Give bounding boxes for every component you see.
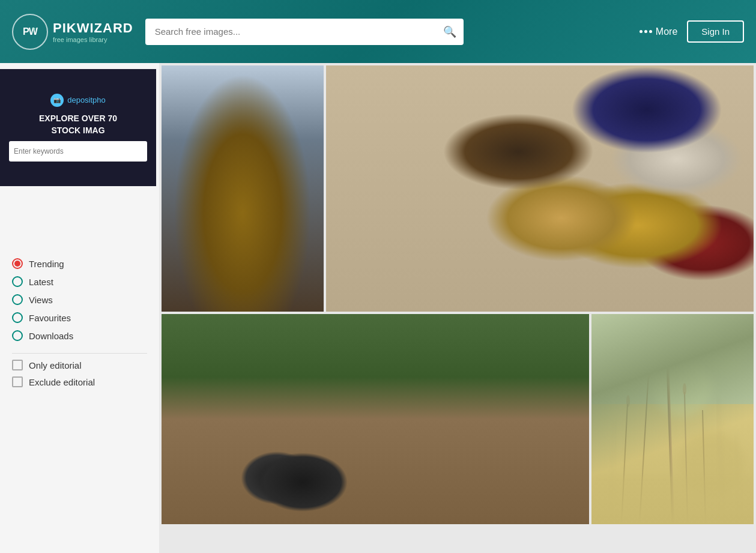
svg-point-76 (488, 209, 617, 312)
filter-only-editorial[interactable]: Only editorial (12, 360, 147, 370)
svg-point-120 (360, 409, 384, 429)
svg-point-116 (391, 394, 417, 420)
svg-rect-27 (326, 65, 754, 312)
svg-point-69 (652, 165, 659, 172)
favourites-radio-icon (12, 312, 23, 323)
svg-point-64 (603, 122, 728, 240)
svg-point-79 (524, 225, 582, 269)
logo-brand: PIKWIZARD (53, 20, 133, 36)
svg-point-44 (599, 83, 609, 94)
svg-point-159 (671, 337, 678, 349)
svg-point-164 (647, 364, 651, 378)
svg-rect-25 (180, 144, 228, 216)
svg-line-153 (667, 344, 673, 524)
sort-trending[interactable]: Trending (12, 258, 147, 269)
svg-point-22 (283, 241, 289, 247)
svg-point-127 (247, 425, 318, 456)
svg-line-154 (668, 344, 674, 524)
svg-point-67 (660, 154, 667, 161)
svg-rect-122 (468, 430, 473, 452)
filter-exclude-editorial[interactable]: Exclude editorial (12, 376, 147, 387)
svg-point-128 (250, 424, 315, 450)
svg-rect-131 (237, 355, 315, 405)
svg-point-68 (672, 158, 679, 165)
svg-point-47 (606, 94, 616, 104)
sort-views[interactable]: Views (12, 294, 147, 305)
svg-rect-26 (183, 147, 225, 213)
svg-point-77 (497, 202, 608, 304)
svg-point-42 (569, 85, 579, 95)
image-wedding[interactable]: Just Married ❤ 6 ❤ 2 ❤ 16 (162, 314, 589, 524)
svg-point-121 (395, 408, 419, 426)
svg-point-72 (644, 169, 651, 176)
svg-point-114 (363, 382, 395, 413)
editorial-filter-group: Only editorial Exclude editorial (12, 360, 147, 387)
filter-section: Trending Latest Views Favourites Downloa (0, 246, 159, 399)
painter-svg (162, 65, 324, 312)
svg-text:16: 16 (410, 487, 421, 498)
search-bar: 🔍 (145, 19, 464, 45)
more-label: More (656, 26, 677, 37)
svg-text:Just: Just (267, 371, 285, 382)
search-icon[interactable]: 🔍 (443, 25, 456, 38)
signin-button[interactable]: Sign In (687, 20, 744, 43)
svg-text:2: 2 (313, 486, 319, 497)
ad-title: EXPLORE OVER 70 STOCK IMAG (39, 113, 117, 136)
svg-marker-111 (333, 394, 354, 422)
svg-rect-93 (162, 314, 589, 524)
svg-line-161 (685, 392, 688, 524)
svg-rect-0 (162, 65, 324, 312)
image-grass[interactable] (591, 314, 754, 524)
svg-rect-126 (222, 430, 279, 446)
main-content: 📷 depositpho EXPLORE OVER 70 STOCK IMAG … (0, 63, 756, 553)
svg-point-88 (720, 249, 743, 264)
svg-point-90 (725, 259, 746, 274)
logo-area: PW ✦ PIKWIZARD free images library (12, 14, 133, 50)
svg-point-165 (683, 383, 686, 395)
search-input[interactable] (145, 19, 464, 45)
svg-point-13 (262, 147, 277, 171)
grass-svg (591, 314, 754, 524)
favourites-label: Favourites (29, 313, 71, 323)
svg-rect-170 (591, 476, 754, 524)
sort-latest[interactable]: Latest (12, 276, 147, 287)
views-label: Views (29, 295, 53, 305)
svg-rect-1 (168, 71, 240, 180)
sort-favourites[interactable]: Favourites (12, 312, 147, 323)
svg-point-152 (679, 431, 745, 497)
svg-rect-147 (591, 404, 754, 524)
svg-point-48 (570, 104, 579, 113)
svg-point-46 (591, 92, 602, 102)
trending-label: Trending (29, 259, 64, 269)
sort-downloads[interactable]: Downloads (12, 330, 147, 341)
header: PW ✦ PIKWIZARD free images library 🔍 Mor… (0, 0, 756, 63)
ad-keyword-input[interactable] (9, 141, 147, 162)
svg-point-16 (247, 151, 256, 158)
svg-marker-135 (204, 480, 229, 505)
image-spices[interactable] (326, 65, 754, 312)
svg-rect-5 (213, 175, 273, 265)
svg-point-57 (506, 157, 519, 166)
svg-point-86 (686, 219, 754, 312)
svg-point-40 (527, 65, 659, 174)
svg-point-70 (665, 162, 672, 169)
svg-point-80 (591, 265, 726, 309)
svg-point-59 (513, 165, 526, 177)
svg-point-60 (484, 175, 497, 183)
svg-point-21 (286, 234, 292, 240)
svg-point-115 (383, 380, 411, 408)
ad-logo-name: depositpho (67, 95, 106, 104)
svg-point-49 (585, 106, 594, 115)
svg-point-61 (502, 176, 515, 186)
svg-rect-17 (255, 189, 286, 213)
svg-rect-23 (240, 214, 255, 249)
logo-tagline: free images library (53, 36, 133, 43)
svg-point-11 (219, 122, 267, 177)
svg-rect-98 (183, 450, 568, 470)
ad-banner[interactable]: 📷 depositpho EXPLORE OVER 70 STOCK IMAG (0, 69, 156, 186)
image-painter[interactable] (162, 65, 324, 312)
svg-point-118 (375, 391, 392, 408)
svg-marker-141 (354, 475, 379, 500)
more-button[interactable]: More (640, 26, 677, 37)
svg-point-14 (226, 163, 259, 181)
